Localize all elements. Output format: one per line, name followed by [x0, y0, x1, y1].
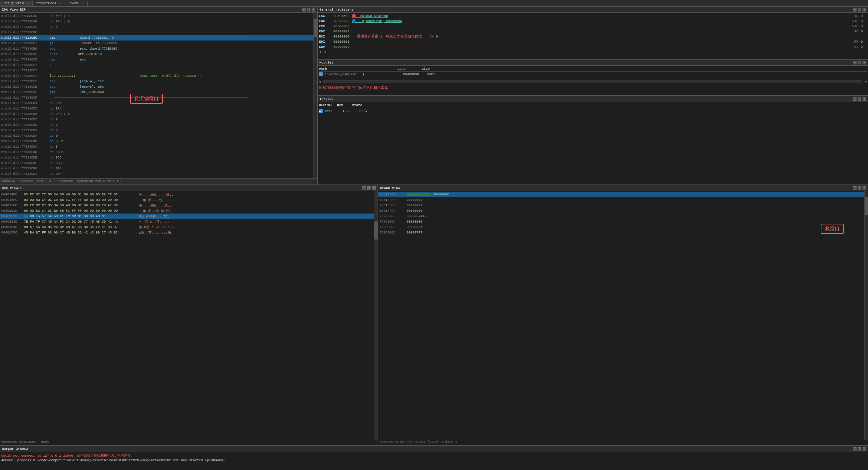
hex-line-selected[interactable]: 00401520 55 89 E5 57 56 53 81 EC 3C 01 0…: [0, 214, 374, 219]
hex-ascii: U伙·WVS儋<...亦1: [139, 214, 169, 219]
hex-content[interactable]: 004014E0 83 EC 0C C7 05 34 50 40 00 01 0…: [0, 191, 374, 440]
asm-line[interactable]: ntdll.dll:77333CDB db 0EBh: [0, 138, 313, 144]
reg-float-btn[interactable]: □: [858, 8, 861, 11]
reg-row-ebp[interactable]: EBP 00000000 NT 0: [319, 44, 867, 49]
stack-row-selected[interactable]: 0061FFF0 00000000: [378, 192, 864, 197]
ida-scrollbar[interactable]: [313, 13, 317, 179]
reg-link-eax[interactable]: 🔴 _mainCRTStartup: [352, 14, 388, 18]
stack-row[interactable]: 0061FFFC 00000000: [378, 208, 864, 214]
asm-line[interactable]: ntdll.dll:77333CDD db 0CCh: [0, 149, 313, 155]
asm-line[interactable]: ntdll.dll:77333CD6 db 24h ; $: [0, 111, 313, 117]
asm-line[interactable]: ntdll.dll:77333CAF db 0: [0, 24, 313, 30]
asm-line[interactable]: ntdll.dll:77333CDF db 0CCh: [0, 160, 313, 166]
reg-minimize-btn[interactable]: ─: [853, 8, 857, 11]
hex-line[interactable]: 00401550 45 B4 87 FF 03 00 C7 45 B8 33 4…: [0, 230, 374, 235]
stack-addr: 0061FFF0: [379, 193, 407, 196]
stack-row[interactable]: 772C000C 0000FFFF: [378, 230, 864, 235]
hex-line[interactable]: 00401510 00 00 83 C4 0C E9 66 FC FF FF 9…: [0, 208, 374, 214]
asm-line[interactable]: ntdll.dll:77333CD9 db 0: [0, 128, 313, 133]
asm-line[interactable]: ntdll.dll:77333CE1 db 0D4h: [0, 171, 313, 177]
modules-hscroll[interactable]: [323, 81, 863, 83]
ida-minimize-btn[interactable]: ─: [302, 8, 306, 11]
asm-line[interactable]: ntdll.dll:77333CC5 jmp ecx: [0, 57, 313, 62]
threads-float-btn[interactable]: □: [858, 97, 861, 101]
modules-row[interactable]: D D:\code\(compile...)... 00400000 0001: [319, 72, 867, 77]
hex-float-btn[interactable]: □: [367, 186, 371, 190]
tab-structures-label: Structures: [36, 1, 56, 5]
output-float-btn[interactable]: □: [858, 447, 861, 451]
reg-close-btn[interactable]: ✕: [863, 8, 866, 11]
stack-scrollbar[interactable]: [864, 191, 868, 440]
hex-scrollbar[interactable]: [374, 191, 378, 440]
tab-debug-view[interactable]: Debug View ✕: [0, 1, 33, 6]
asm-line[interactable]: ntdll.dll:77333CBF call off_773E91E0: [0, 52, 313, 57]
stack-row[interactable]: 772C0008 00000004: [378, 224, 864, 230]
tab-close-icon-3[interactable]: ✕: [82, 2, 84, 5]
ida-panel-title: IDA View-EIP: [2, 8, 26, 11]
stack-row[interactable]: 0061FFF4 00000000: [378, 197, 864, 202]
ida-scroll-thumb[interactable]: [314, 19, 317, 37]
tab-enums[interactable]: Enums ✕: [65, 1, 88, 6]
reg-row-edx[interactable]: EDX 00000000 AC 0: [319, 29, 867, 34]
asm-line[interactable]: ntdll.dll:77333CCB mov [esp+8], ebx: [0, 84, 313, 90]
threads-row[interactable]: ▶ 4664 1238 Ready: [319, 108, 867, 114]
hex-line[interactable]: 00401500 83 EC 0C C7 05 34 50 40 00 DE 0…: [0, 202, 374, 208]
output-close-btn[interactable]: ✕: [863, 447, 866, 451]
asm-line[interactable]: ntdll.dll:77333CB7 jz short loc_77333CC7: [0, 40, 313, 46]
asm-line[interactable]: ntdll.dll:77333CAD db 64h ; d: [0, 13, 313, 19]
asm-line[interactable]: ntdll.dll:77333CB0 ; ───────────────────…: [0, 30, 313, 35]
reg-row-ecx[interactable]: ECX 00000000 VIF 0: [319, 24, 867, 29]
hex-scroll-thumb[interactable]: [374, 221, 378, 240]
stack-minimize-btn[interactable]: ─: [853, 186, 857, 190]
asm-line[interactable]: ntdll.dll:77333CC7 ; ───────────────────…: [0, 62, 313, 68]
stack-row[interactable]: 772C0000 0000059A4D: [378, 214, 864, 219]
asm-addr: ntdll.dll:77333CC7: [1, 63, 50, 67]
asm-line[interactable]: ntdll.dll:77333CDA db 0: [0, 133, 313, 138]
asm-addr: ntdll.dll:77333CDB: [1, 139, 50, 143]
stack-content[interactable]: 0061FFF0 00000000 0061FFF4 00000000 0061…: [378, 191, 864, 440]
tab-structures[interactable]: Structures ✕: [33, 1, 65, 6]
tab-close-icon[interactable]: ✕: [27, 2, 29, 5]
tab-close-icon-2[interactable]: ✕: [59, 2, 61, 5]
asm-line[interactable]: ntdll.dll:77333CD8 db 0: [0, 122, 313, 128]
hex-line[interactable]: 00401530 7E FA 7F C7 45 A4 FC 24 02 00 C…: [0, 219, 374, 224]
asm-line[interactable]: ntdll.dll:77333CDE db 0CCh: [0, 155, 313, 160]
reg-row-edi[interactable]: EDI 00000000 RF 0: [319, 39, 867, 44]
threads-close-btn[interactable]: ✕: [863, 97, 866, 101]
asm-line[interactable]: ntdll.dll:77333CD7 db 0: [0, 117, 313, 122]
stack-scroll-thumb[interactable]: [865, 197, 868, 215]
modules-float-btn[interactable]: □: [858, 61, 861, 64]
ida-close-btn[interactable]: ✕: [312, 8, 315, 11]
hex-close-btn[interactable]: ✕: [372, 186, 376, 190]
ida-float-btn[interactable]: □: [307, 8, 310, 11]
threads-minimize-btn[interactable]: ─: [853, 97, 857, 101]
reg-value-ebp: 00000000: [333, 45, 349, 49]
asm-line[interactable]: ntdll.dll:77333CC7 mov [esp+4], eax: [0, 79, 313, 84]
hex-line[interactable]: 004014F0 00 00 83 C4 0C E9 86 FC FF FF 8…: [0, 197, 374, 202]
stack-row[interactable]: 772C0004 00000003: [378, 219, 864, 224]
modules-minimize-btn[interactable]: ─: [853, 61, 857, 64]
asm-line[interactable]: ntdll.dll:77333CE0 db 8Bh: [0, 166, 313, 171]
asm-line[interactable]: ntdll.dll:77333CAE db 24h ; $: [0, 19, 313, 24]
modules-title: Modules: [319, 61, 333, 64]
asm-line-selected[interactable]: ntdll.dll:77333CB0 cmp dword_773E69BC, 0: [0, 35, 313, 40]
asm-line[interactable]: ntdll.dll:77333CDC db 3: [0, 144, 313, 149]
reg-row-ebx[interactable]: EBX 0039B000 🔵 TIB[00001238]:0039B000 VI…: [319, 19, 867, 24]
hex-line[interactable]: 004014E0 83 EC 0C C7 05 34 50 40 00 01 0…: [0, 192, 374, 197]
output-minimize-btn[interactable]: ─: [853, 447, 857, 451]
asm-line[interactable]: ntdll.dll:77333CB9 mov ecx, dword_773E69…: [0, 46, 313, 52]
hex-addr: 00401500: [1, 203, 24, 207]
ida-annotation: 反汇编窗口: [130, 94, 163, 104]
asm-addr: ntdll.dll:77333CD4: [1, 101, 50, 105]
reg-link-ebx[interactable]: 🔵 TIB[00001238]:0039B000: [352, 19, 402, 23]
reg-row-eax[interactable]: EAX 00401500 🔴 _mainCRTStartup ID 0: [319, 13, 867, 19]
stack-close-btn[interactable]: ✕: [863, 186, 866, 190]
modules-close-btn[interactable]: ✕: [863, 61, 866, 64]
hex-minimize-btn[interactable]: ─: [363, 186, 366, 190]
stack-float-btn[interactable]: □: [858, 186, 861, 190]
asm-line[interactable]: ntdll.dll:77333CC7 loc_77333CC7: ; CODE …: [0, 73, 313, 79]
asm-line[interactable]: ntdll.dll:77333CD5 db 0A4h: [0, 106, 313, 111]
stack-row[interactable]: 0061FFF8 00000000: [378, 202, 864, 208]
hex-line[interactable]: 00401540 88 C7 45 AC 84 2A 02 00 C7 45 B…: [0, 224, 374, 230]
reg-row-esi[interactable]: ESI 00000000 通用寄存器窗口，可双击寄存器编辑数据 VM 0: [319, 34, 867, 39]
